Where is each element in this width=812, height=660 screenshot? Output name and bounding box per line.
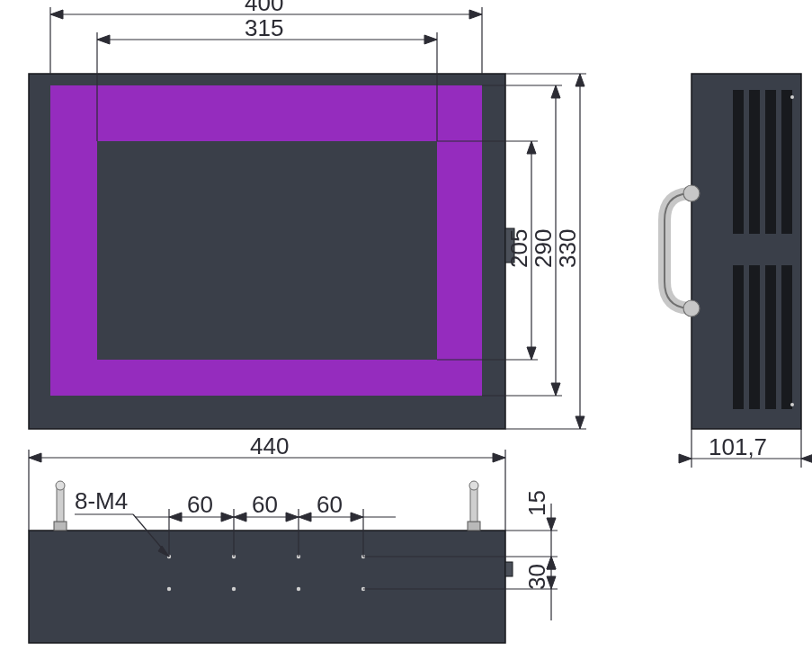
svg-rect-30 — [54, 522, 67, 531]
dim-60c-text: 60 — [317, 491, 343, 518]
front-screen — [97, 141, 437, 360]
leader-8m4-text: 8-M4 — [75, 487, 128, 514]
svg-point-35 — [469, 481, 478, 490]
dim-205-text: 205 — [505, 229, 532, 268]
svg-rect-16 — [749, 90, 760, 234]
svg-point-32 — [56, 481, 65, 490]
svg-rect-31 — [57, 486, 64, 522]
svg-point-42 — [297, 587, 300, 591]
dim-290-text: 290 — [530, 229, 557, 268]
front-view — [29, 74, 514, 429]
svg-rect-22 — [781, 265, 792, 409]
svg-point-41 — [232, 587, 236, 591]
svg-point-23 — [790, 95, 794, 99]
svg-rect-21 — [765, 265, 776, 409]
svg-rect-19 — [733, 265, 744, 409]
svg-point-25 — [683, 185, 700, 201]
dim-15-text: 15 — [523, 490, 550, 516]
svg-point-24 — [790, 403, 794, 406]
dim-330-text: 330 — [554, 229, 581, 268]
svg-rect-18 — [781, 90, 792, 234]
standoff-left — [54, 481, 67, 531]
bottom-body — [29, 531, 505, 643]
side-view — [665, 74, 801, 429]
svg-rect-33 — [468, 522, 480, 531]
dim-440-text: 440 — [250, 433, 289, 459]
dim-101-7: 101,7 — [679, 429, 812, 468]
dim-315-text: 315 — [245, 14, 283, 41]
svg-rect-20 — [749, 265, 760, 409]
svg-point-40 — [167, 587, 171, 591]
svg-point-26 — [683, 300, 700, 317]
svg-rect-15 — [733, 90, 744, 234]
technical-drawing: 400 315 330 290 205 — [0, 0, 812, 660]
dim-101-7-text: 101,7 — [709, 433, 767, 460]
svg-rect-34 — [470, 486, 477, 522]
standoff-right — [468, 481, 480, 531]
dim-60b-text: 60 — [252, 491, 278, 518]
bottom-connector — [505, 562, 513, 576]
dim-60a-text: 60 — [187, 491, 213, 518]
dim-30-text: 30 — [523, 564, 550, 590]
svg-rect-17 — [765, 90, 776, 234]
